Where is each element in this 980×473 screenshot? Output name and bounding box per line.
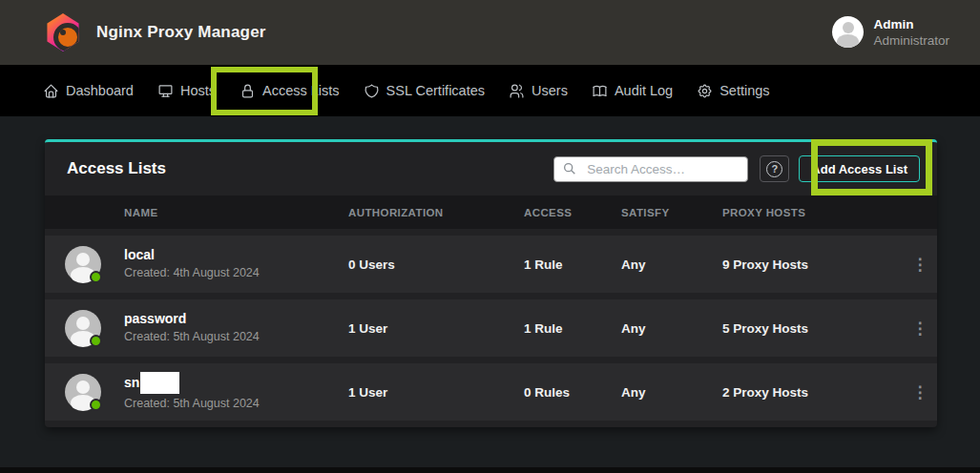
access-list-name: local	[124, 247, 348, 263]
home-icon	[43, 83, 59, 99]
panel-header: Access Lists ? Add Access List	[45, 142, 937, 195]
col-header-access: ACCESS	[524, 207, 621, 218]
users-icon	[509, 83, 525, 99]
proxy-hosts-value: 2 Proxy Hosts	[722, 385, 903, 400]
user-name: Admin	[873, 16, 949, 32]
access-value: 0 Rules	[524, 385, 621, 400]
nav-label: Dashboard	[66, 83, 134, 98]
authorization-value: 1 User	[348, 321, 524, 336]
table-row[interactable]: sn Created: 5th August 2024 1 User 0 Rul…	[45, 363, 937, 421]
content-area: Access Lists ? Add Access List NAME AUTH…	[0, 116, 980, 473]
nav-label: Users	[532, 83, 568, 98]
table-header-row: NAME AUTHORIZATION ACCESS SATISFY PROXY …	[45, 195, 937, 229]
nav-label: SSL Certificates	[386, 83, 485, 98]
user-avatar[interactable]	[832, 16, 864, 48]
nav-label: Access Lists	[262, 83, 340, 98]
nav-label: Audit Log	[615, 83, 673, 98]
help-button[interactable]: ?	[760, 155, 789, 182]
online-status-dot	[90, 399, 102, 411]
col-header-authorization: AUTHORIZATION	[348, 207, 524, 218]
nav-item-settings[interactable]: Settings	[697, 83, 769, 99]
authorization-value: 1 User	[348, 385, 524, 400]
bottom-strip	[0, 467, 980, 473]
nav-item-ssl-certificates[interactable]: SSL Certificates	[364, 83, 485, 99]
access-list-name: password	[124, 311, 348, 327]
satisfy-value: Any	[621, 257, 722, 272]
nav-label: Hosts	[180, 83, 216, 98]
app-title: Nginx Proxy Manager	[96, 23, 266, 42]
main-nav: Dashboard Hosts Access Lists SSL Certifi…	[0, 65, 980, 116]
nav-item-users[interactable]: Users	[509, 83, 568, 99]
table-row[interactable]: password Created: 5th August 2024 1 User…	[45, 299, 937, 357]
nav-item-hosts[interactable]: Hosts	[157, 83, 216, 99]
row-menu-icon[interactable]: ⋮	[905, 255, 936, 275]
col-header-proxy-hosts: PROXY HOSTS	[722, 207, 903, 218]
created-date: Created: 5th August 2024	[124, 329, 348, 345]
table-row[interactable]: local Created: 4th August 2024 0 Users 1…	[45, 236, 937, 293]
monitor-icon	[157, 83, 174, 99]
avatar	[65, 246, 101, 282]
online-status-dot	[90, 271, 102, 283]
book-icon	[592, 83, 608, 99]
col-header-name: NAME	[124, 207, 348, 218]
col-header-satisfy: SATISFY	[621, 207, 722, 218]
nav-item-dashboard[interactable]: Dashboard	[43, 83, 134, 99]
online-status-dot	[90, 335, 102, 347]
add-access-list-button[interactable]: Add Access List	[799, 155, 920, 182]
search-input[interactable]	[553, 156, 748, 182]
access-value: 1 Rule	[524, 321, 621, 336]
satisfy-value: Any	[621, 385, 722, 400]
access-lists-panel: Access Lists ? Add Access List NAME AUTH…	[45, 139, 937, 427]
nav-label: Settings	[719, 83, 769, 98]
shield-icon	[364, 83, 380, 99]
question-icon: ?	[766, 161, 782, 177]
nav-item-audit-log[interactable]: Audit Log	[592, 83, 673, 99]
access-value: 1 Rule	[524, 257, 621, 272]
proxy-hosts-value: 9 Proxy Hosts	[722, 257, 903, 272]
row-menu-icon[interactable]: ⋮	[905, 319, 936, 339]
gear-icon	[697, 83, 713, 99]
avatar	[65, 374, 101, 410]
authorization-value: 0 Users	[348, 257, 524, 272]
page-title: Access Lists	[67, 159, 166, 178]
top-bar: Nginx Proxy Manager Admin Administrator	[0, 0, 980, 65]
row-menu-icon[interactable]: ⋮	[905, 382, 936, 402]
satisfy-value: Any	[621, 321, 722, 336]
access-list-name: sn	[124, 375, 139, 391]
lock-icon	[240, 83, 256, 99]
search-box	[553, 156, 748, 182]
user-role: Administrator	[873, 32, 949, 49]
redaction-box	[140, 372, 179, 394]
avatar	[65, 310, 101, 346]
user-menu[interactable]: Admin Administrator	[832, 16, 949, 49]
nav-item-access-lists[interactable]: Access Lists	[240, 83, 340, 99]
app-logo-icon	[46, 13, 80, 51]
search-icon	[562, 161, 577, 176]
proxy-hosts-value: 5 Proxy Hosts	[722, 321, 903, 336]
created-date: Created: 4th August 2024	[124, 265, 348, 281]
created-date: Created: 5th August 2024	[124, 396, 348, 412]
